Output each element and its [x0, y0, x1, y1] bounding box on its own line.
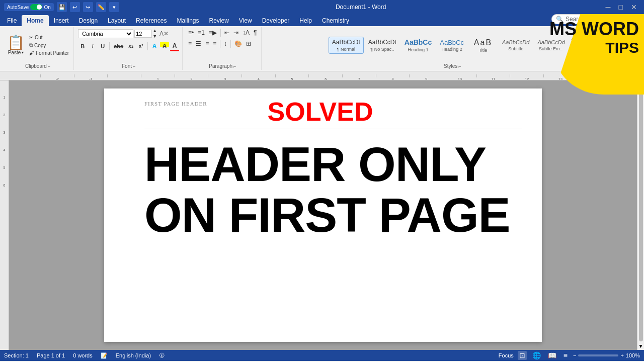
paragraph-expand-icon[interactable]: ⌐ [233, 64, 236, 69]
highlight-button[interactable]: A [160, 42, 169, 51]
search-bar[interactable]: 🔍 Search [551, 14, 642, 24]
bullets-button[interactable]: ≡• [187, 28, 195, 37]
bold-button[interactable]: B [78, 42, 87, 50]
paste-label: Paste [8, 50, 21, 55]
style-no-spacing[interactable]: AaBbCcDt ¶ No Spac.. [365, 37, 400, 53]
style-normal[interactable]: AaBbCcDt ¶ Normal [329, 37, 364, 53]
font-name-select[interactable]: Cambria [78, 29, 133, 38]
outline-view-button[interactable]: ≡ [562, 351, 569, 360]
language-info[interactable]: English (India) [116, 352, 151, 358]
tab-home[interactable]: Home [22, 15, 48, 26]
copy-button[interactable]: ⧉ Copy [28, 42, 70, 49]
zoom-in-button[interactable]: + [620, 352, 623, 358]
styles-scroll-down[interactable]: ▼ [571, 43, 576, 48]
page-info[interactable]: Page 1 of 1 [37, 352, 65, 358]
scroll-down-button[interactable]: ▼ [638, 343, 643, 349]
underline-button[interactable]: U [98, 42, 107, 50]
tab-mailings[interactable]: Mailings [172, 15, 204, 26]
tab-file[interactable]: File [2, 15, 22, 26]
format-painter-icon: 🖌 [29, 50, 34, 56]
read-mode-button[interactable]: 📖 [546, 351, 558, 360]
customize-icon[interactable]: ✏️ [96, 2, 106, 12]
numbered-list-button[interactable]: ≡1 [196, 28, 206, 37]
increase-indent-button[interactable]: ⇥ [232, 28, 240, 37]
close-button[interactable]: ✕ [628, 3, 640, 11]
align-left-button[interactable]: ≡ [187, 39, 193, 48]
print-layout-view-button[interactable]: ⊡ [518, 351, 527, 360]
tab-layout[interactable]: Layout [103, 15, 131, 26]
document-page[interactable]: FIRST PAGE HEADER SOLVED HEADER ONLY ON … [104, 88, 542, 342]
scroll-thumb[interactable] [639, 89, 643, 341]
font-size-increase[interactable]: ▲ [152, 28, 157, 34]
clipboard-label: Clipboard ⌐ [25, 62, 50, 69]
font-color-button[interactable]: A [170, 41, 179, 51]
paste-dropdown-icon[interactable]: ▾ [22, 50, 24, 55]
autosave-button[interactable]: AutoSave On [4, 3, 54, 11]
shading-button[interactable]: 🎨 [233, 39, 244, 48]
borders-button[interactable]: ⊞ [245, 39, 253, 48]
clear-formatting-button[interactable]: A✕ [158, 30, 170, 38]
format-painter-button[interactable]: 🖌 Format Painter [28, 50, 70, 56]
show-formatting-button[interactable]: ¶ [252, 28, 258, 37]
styles-expand-icon[interactable]: ⌐ [458, 64, 461, 69]
redo-icon[interactable]: ↪ [83, 2, 93, 12]
track-changes-icon[interactable]: 📝 [101, 352, 108, 359]
autosave-toggle[interactable] [30, 4, 42, 10]
style-subtle-emphasis[interactable]: AaBbCcDd Subtle Em... [534, 37, 568, 53]
style-heading1[interactable]: AaBbCc Heading 1 [401, 36, 435, 54]
strikethrough-button[interactable]: abc [112, 42, 125, 50]
decrease-indent-button[interactable]: ⇤ [223, 28, 231, 37]
subscript-button[interactable]: x₂ [126, 42, 135, 50]
line-spacing-button[interactable]: ↕ [222, 39, 228, 48]
zoom-level[interactable]: 100% [626, 352, 640, 358]
styles-scroll-up[interactable]: ▲ [571, 35, 576, 41]
tab-design[interactable]: Design [74, 15, 103, 26]
vertical-scrollbar[interactable]: ▲ ▼ [637, 80, 644, 350]
style-subtitle[interactable]: AaBbCcDd Subtitle [499, 37, 533, 53]
align-right-button[interactable]: ≡ [204, 39, 210, 48]
accessibility-icon[interactable]: 🛈 [159, 352, 165, 358]
style-subtle-emphasis-label: Subtle Em... [539, 46, 564, 51]
zoom-slider[interactable] [578, 354, 618, 356]
styles-expand[interactable]: ⊞ [571, 50, 576, 56]
multilevel-list-button[interactable]: ≡▶ [207, 28, 218, 37]
tab-review[interactable]: Review [204, 15, 233, 26]
tab-view[interactable]: View [234, 15, 257, 26]
ruler-mark: 14 [577, 74, 611, 77]
text-effects-button[interactable]: A [150, 42, 159, 51]
clipboard-expand-icon[interactable]: ⌐ [48, 64, 50, 69]
tab-chemistry[interactable]: Chemistry [317, 15, 354, 26]
font-size-input[interactable] [134, 30, 152, 38]
font-label: Font ⌐ [122, 62, 135, 69]
undo-icon[interactable]: ↩ [70, 2, 80, 12]
save-icon[interactable]: 💾 [57, 2, 67, 12]
section-info[interactable]: Section: 1 [4, 352, 29, 358]
style-heading2[interactable]: AaBbCc Heading 2 [436, 37, 467, 54]
more-icon[interactable]: ▾ [109, 2, 119, 12]
paste-button[interactable]: 📋 Paste ▾ [5, 35, 27, 56]
font-size-decrease[interactable]: ▼ [152, 34, 157, 39]
align-center-button[interactable]: ☰ [194, 39, 203, 48]
font-expand-icon[interactable]: ⌐ [133, 64, 135, 69]
focus-label[interactable]: Focus [499, 352, 514, 358]
word-count[interactable]: 0 words [73, 352, 93, 358]
tab-developer[interactable]: Developer [257, 15, 295, 26]
superscript-button[interactable]: x² [136, 42, 145, 50]
web-layout-view-button[interactable]: 🌐 [531, 351, 542, 360]
tab-insert[interactable]: Insert [49, 15, 74, 26]
scroll-up-button[interactable]: ▲ [638, 81, 643, 87]
tab-references[interactable]: References [131, 15, 172, 26]
document-body[interactable]: HEADER ONLY ON FIRST PAGE [144, 139, 522, 241]
zoom-out-button[interactable]: − [573, 352, 576, 358]
minimize-button[interactable]: ─ [603, 3, 614, 11]
justify-button[interactable]: ≡ [211, 39, 218, 48]
sort-button[interactable]: ↕A [241, 28, 251, 37]
cut-button[interactable]: ✂ Cut [28, 34, 70, 41]
ruler-mark: 11 [476, 74, 510, 77]
restore-button[interactable]: □ [616, 3, 626, 11]
tab-help[interactable]: Help [294, 15, 317, 26]
italic-button[interactable]: I [88, 42, 97, 50]
solved-text: SOLVED [268, 99, 373, 125]
style-title[interactable]: AaB Title [468, 36, 498, 55]
styles-group: AaBbCcDt ¶ Normal AaBbCcDt ¶ No Spac.. A… [263, 27, 642, 70]
